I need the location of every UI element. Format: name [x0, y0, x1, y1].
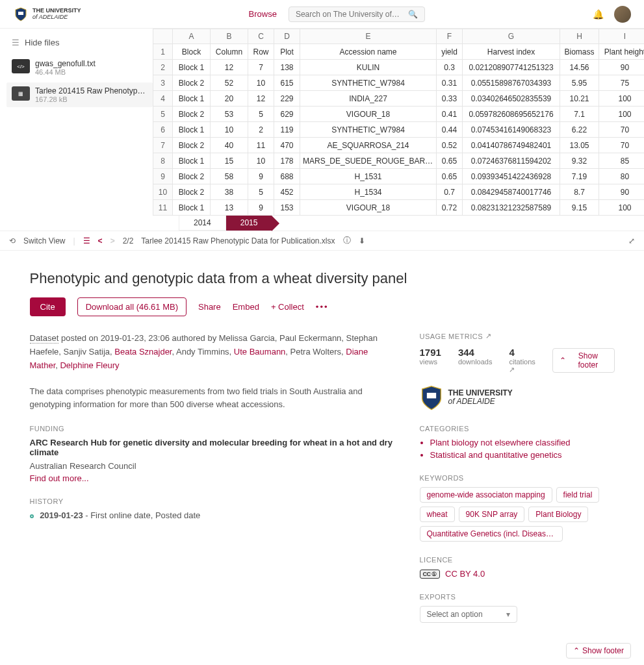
- data-cell: 0.0939345142243692​8: [463, 169, 560, 184]
- licence-link[interactable]: CC BY 4.0: [445, 569, 485, 579]
- keyword-tag[interactable]: wheat: [420, 507, 455, 522]
- row-number[interactable]: 9: [153, 169, 173, 184]
- file-item[interactable]: ▦Tarlee 201415 Raw Phenotypic Data f….xl…: [6, 82, 153, 107]
- refresh-icon[interactable]: ⟲: [9, 236, 16, 245]
- col-letter[interactable]: F: [437, 29, 463, 44]
- col-letter[interactable]: I: [599, 29, 645, 44]
- show-footer-fixed-button[interactable]: ⌃Show footer: [566, 643, 631, 659]
- row-number[interactable]: 3: [153, 75, 173, 91]
- data-cell: Block 2: [173, 138, 211, 153]
- user-avatar[interactable]: [614, 6, 631, 23]
- list-view-icon[interactable]: ☰: [83, 236, 90, 245]
- col-letter[interactable]: G: [463, 29, 560, 44]
- data-cell: 7.1: [560, 107, 599, 122]
- category-link[interactable]: Plant biology not elsewhere classified: [430, 438, 615, 447]
- header-cell: Row: [248, 44, 274, 60]
- row-number[interactable]: 4: [153, 91, 173, 107]
- data-cell: 10.21: [560, 91, 599, 107]
- keyword-tag[interactable]: Quantitative Genetics (incl. Disease and…: [420, 526, 563, 542]
- data-cell: AE_SQUARROSA_214: [300, 138, 437, 153]
- header-cell: Column: [211, 44, 248, 60]
- data-cell: 9: [248, 169, 274, 184]
- caret-down-icon: ▾: [506, 610, 510, 619]
- row-number[interactable]: 10: [153, 184, 173, 200]
- data-cell: 9.32: [560, 153, 599, 169]
- show-footer-button[interactable]: ⌃Show footer: [552, 348, 614, 373]
- fullscreen-icon[interactable]: ⤢: [628, 236, 635, 245]
- more-actions-button[interactable]: •••: [316, 302, 329, 312]
- find-out-more-link[interactable]: Find out more...: [30, 473, 89, 483]
- data-cell: 10: [248, 153, 274, 169]
- download-file-icon[interactable]: ⬇: [359, 236, 365, 245]
- search-icon[interactable]: 🔍: [408, 10, 418, 19]
- institution-logo[interactable]: THE UNIVERSITYof ADELAIDE: [13, 6, 81, 22]
- hide-files-toggle[interactable]: ☰ Hide files: [6, 35, 153, 50]
- data-cell: Block 2: [173, 184, 211, 200]
- data-cell: 0.0597826086956521​76: [463, 107, 560, 122]
- data-cell: H_1531: [300, 169, 437, 184]
- share-link[interactable]: Share: [198, 302, 221, 312]
- data-cell: 53: [211, 107, 248, 122]
- search-input[interactable]: [296, 10, 408, 19]
- keyword-tag[interactable]: 90K SNP array: [459, 507, 525, 522]
- data-cell: 452: [274, 184, 300, 200]
- col-letter[interactable]: B: [211, 29, 248, 44]
- meta-info: Dataset posted on 2019-01-23, 23:06 auth…: [30, 332, 394, 372]
- prev-file-button[interactable]: <: [98, 236, 103, 245]
- download-all-button[interactable]: Download all (46.61 MB): [77, 297, 187, 316]
- switch-view-button[interactable]: Switch View: [23, 236, 65, 245]
- keyword-tag[interactable]: Plant Biology: [528, 507, 588, 522]
- header-cell: Biomass: [560, 44, 599, 60]
- row-number[interactable]: 11: [153, 200, 173, 216]
- data-cell: 38: [211, 184, 248, 200]
- info-icon[interactable]: ⓘ: [343, 235, 351, 246]
- embed-link[interactable]: Embed: [233, 302, 259, 312]
- data-cell: H_1534: [300, 184, 437, 200]
- data-cell: 0.44: [437, 122, 463, 138]
- data-cell: 70: [599, 122, 645, 138]
- file-name: Tarlee 201415 Raw Phenotypic Data f….xls…: [35, 86, 146, 95]
- data-cell: 85: [599, 153, 645, 169]
- row-number[interactable]: 7: [153, 138, 173, 153]
- institution-logo-large[interactable]: THE UNIVERSITYof ADELAIDE: [420, 384, 615, 410]
- sheet-tab[interactable]: 2014: [179, 216, 226, 231]
- collect-link[interactable]: + Collect: [271, 302, 304, 312]
- exports-select[interactable]: Select an option ▾: [420, 606, 517, 623]
- data-cell: 10: [211, 122, 248, 138]
- browse-link[interactable]: Browse: [249, 9, 277, 19]
- row-number[interactable]: 2: [153, 60, 173, 75]
- col-letter[interactable]: C: [248, 29, 274, 44]
- external-link-icon[interactable]: ↗: [485, 332, 492, 340]
- col-letter[interactable]: E: [300, 29, 437, 44]
- data-cell: 0.0414078674948240​1: [463, 138, 560, 153]
- data-cell: 229: [274, 91, 300, 107]
- row-number[interactable]: 6: [153, 122, 173, 138]
- data-cell: 0.3: [437, 60, 463, 75]
- col-letter[interactable]: H: [560, 29, 599, 44]
- row-number[interactable]: 5: [153, 107, 173, 122]
- next-file-button[interactable]: >: [110, 236, 115, 245]
- category-link[interactable]: Statistical and quantitative genetics: [430, 450, 615, 460]
- row-number[interactable]: 1: [153, 44, 173, 60]
- keyword-tag[interactable]: genome-wide associaton mapping: [420, 487, 552, 503]
- keyword-tag[interactable]: field trial: [556, 487, 600, 503]
- author-link[interactable]: Beata Sznajder: [114, 347, 172, 357]
- data-cell: 100: [599, 91, 645, 107]
- search-box[interactable]: 🔍: [289, 6, 425, 22]
- notifications-icon[interactable]: 🔔: [593, 9, 604, 19]
- row-number[interactable]: 8: [153, 153, 173, 169]
- author-link[interactable]: Ute Baumann: [234, 347, 286, 357]
- cite-button[interactable]: Cite: [30, 297, 66, 316]
- author-link[interactable]: Delphine Fleury: [60, 360, 119, 370]
- col-letter[interactable]: A: [173, 29, 211, 44]
- data-cell: 0.65: [437, 153, 463, 169]
- dataset-type: Dataset: [30, 333, 59, 344]
- files-sidebar: ☰ Hide files </>gwas_genofull.txt46.44 M…: [0, 29, 153, 231]
- file-size: 167.28 kB: [35, 95, 146, 103]
- history-heading: HISTORY: [30, 497, 394, 505]
- header-cell: Harvest index: [463, 44, 560, 60]
- file-item[interactable]: </>gwas_genofull.txt46.44 MB: [6, 55, 153, 80]
- data-cell: 70: [599, 138, 645, 153]
- col-letter[interactable]: D: [274, 29, 300, 44]
- sheet-tab[interactable]: 2015: [226, 216, 272, 231]
